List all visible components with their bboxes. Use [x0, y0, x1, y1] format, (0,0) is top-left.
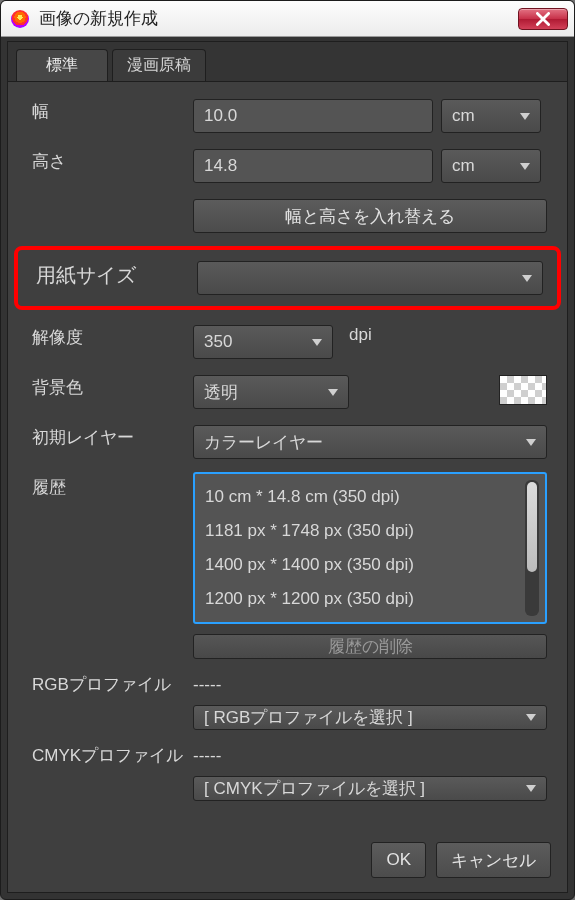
- tab-manga[interactable]: 漫画原稿: [112, 49, 206, 81]
- row-resolution: 解像度 350 dpi: [28, 322, 547, 362]
- transparent-swatch: [499, 375, 547, 405]
- select-value: 透明: [204, 381, 238, 404]
- swap-wh-button[interactable]: 幅と高さを入れ替える: [193, 199, 547, 233]
- initlayer-label: 初期レイヤー: [28, 422, 193, 449]
- rgb-profile-label: RGBプロファイル: [28, 669, 193, 696]
- button-label: キャンセル: [451, 849, 536, 872]
- select-value: cm: [452, 156, 475, 176]
- close-button[interactable]: [518, 8, 568, 30]
- papersize-highlight: 用紙サイズ: [14, 246, 561, 310]
- chevron-down-icon: [312, 339, 322, 346]
- cmyk-profile-value: -----: [193, 740, 547, 766]
- row-swap: 幅と高さを入れ替える: [28, 196, 547, 236]
- row-initlayer: 初期レイヤー カラーレイヤー: [28, 422, 547, 462]
- list-item[interactable]: 1200 px * 1200 px (350 dpi): [205, 582, 519, 616]
- history-label: 履歴: [28, 472, 193, 499]
- resolution-unit: dpi: [341, 325, 372, 359]
- select-value: 350: [204, 332, 232, 352]
- row-cmyk-profile: CMYKプロファイル ----- [ CMYKプロファイルを選択 ]: [28, 740, 547, 801]
- rgb-profile-select[interactable]: [ RGBプロファイルを選択 ]: [193, 705, 547, 730]
- row-rgb-profile: RGBプロファイル ----- [ RGBプロファイルを選択 ]: [28, 669, 547, 730]
- tab-standard[interactable]: 標準: [16, 49, 108, 81]
- delete-history-button[interactable]: 履歴の削除: [193, 634, 547, 659]
- titlebar: 画像の新規作成: [1, 1, 574, 37]
- panel-standard: 幅 cm 高さ cm: [8, 82, 567, 821]
- window-title: 画像の新規作成: [39, 7, 158, 30]
- row-papersize: 用紙サイズ: [32, 258, 543, 298]
- chevron-down-icon: [526, 785, 536, 792]
- height-input[interactable]: [193, 149, 433, 183]
- bgcolor-select[interactable]: 透明: [193, 375, 349, 409]
- tab-label: 標準: [46, 55, 78, 76]
- history-items: 10 cm * 14.8 cm (350 dpi) 1181 px * 1748…: [205, 480, 519, 616]
- row-history: 履歴 10 cm * 14.8 cm (350 dpi) 1181 px * 1…: [28, 472, 547, 659]
- chevron-down-icon: [328, 389, 338, 396]
- select-value: [ RGBプロファイルを選択 ]: [204, 706, 413, 729]
- dialog-footer: OK キャンセル: [371, 842, 551, 878]
- chevron-down-icon: [526, 714, 536, 721]
- close-icon: [536, 12, 550, 26]
- chevron-down-icon: [526, 439, 536, 446]
- select-value: [ CMYKプロファイルを選択 ]: [204, 777, 425, 800]
- button-label: 履歴の削除: [328, 635, 413, 658]
- history-listbox[interactable]: 10 cm * 14.8 cm (350 dpi) 1181 px * 1748…: [193, 472, 547, 624]
- cancel-button[interactable]: キャンセル: [436, 842, 551, 878]
- row-width: 幅 cm: [28, 96, 547, 136]
- papersize-select[interactable]: [197, 261, 543, 295]
- cmyk-profile-select[interactable]: [ CMYKプロファイルを選択 ]: [193, 776, 547, 801]
- tab-label: 漫画原稿: [127, 55, 191, 76]
- resolution-select[interactable]: 350: [193, 325, 333, 359]
- chevron-down-icon: [520, 113, 530, 120]
- width-label: 幅: [28, 96, 193, 123]
- cmyk-profile-label: CMYKプロファイル: [28, 740, 193, 767]
- history-scrollbar[interactable]: [525, 480, 539, 616]
- height-unit-select[interactable]: cm: [441, 149, 541, 183]
- scrollbar-thumb[interactable]: [527, 482, 537, 572]
- bgcolor-label: 背景色: [28, 372, 193, 399]
- rgb-profile-value: -----: [193, 669, 547, 695]
- row-height: 高さ cm: [28, 146, 547, 186]
- list-item[interactable]: 1181 px * 1748 px (350 dpi): [205, 514, 519, 548]
- papersize-label: 用紙サイズ: [32, 258, 197, 289]
- chevron-down-icon: [522, 275, 532, 282]
- client-area: 標準 漫画原稿 幅 cm 高さ: [7, 41, 568, 893]
- width-input[interactable]: [193, 99, 433, 133]
- list-item[interactable]: 1400 px * 1400 px (350 dpi): [205, 548, 519, 582]
- resolution-label: 解像度: [28, 322, 193, 349]
- button-label: 幅と高さを入れ替える: [285, 205, 455, 228]
- chevron-down-icon: [520, 163, 530, 170]
- tabstrip: 標準 漫画原稿: [8, 42, 567, 82]
- select-value: cm: [452, 106, 475, 126]
- width-unit-select[interactable]: cm: [441, 99, 541, 133]
- button-label: OK: [386, 850, 411, 870]
- list-item[interactable]: 10 cm * 14.8 cm (350 dpi): [205, 480, 519, 514]
- height-label: 高さ: [28, 146, 193, 173]
- ok-button[interactable]: OK: [371, 842, 426, 878]
- row-bgcolor: 背景色 透明: [28, 372, 547, 412]
- initlayer-select[interactable]: カラーレイヤー: [193, 425, 547, 459]
- select-value: カラーレイヤー: [204, 431, 323, 454]
- new-image-dialog: 画像の新規作成 標準 漫画原稿 幅 cm: [0, 0, 575, 900]
- app-icon: [11, 10, 29, 28]
